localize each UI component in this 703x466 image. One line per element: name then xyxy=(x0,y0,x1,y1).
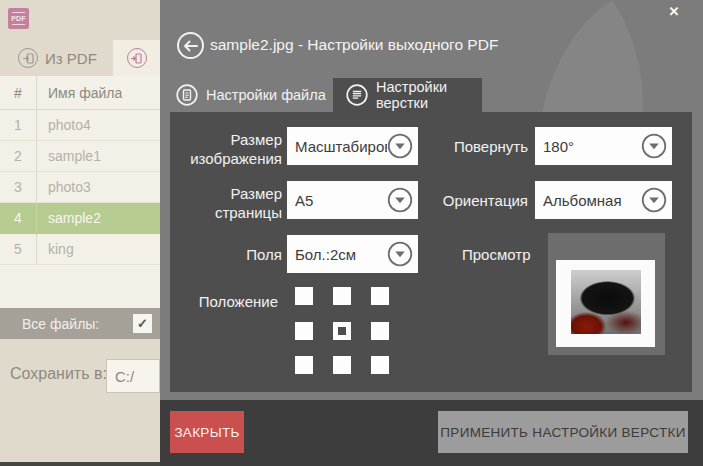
position-cell-top-left[interactable] xyxy=(295,287,313,305)
dialog-title: sample2.jpg - Настройки выходного PDF xyxy=(210,36,498,54)
position-cell-middle-left[interactable] xyxy=(295,322,313,340)
chevron-down-icon xyxy=(387,241,413,267)
tab-file-settings[interactable]: Настройки файла xyxy=(163,78,339,112)
rotate-label: Повернуть xyxy=(430,137,528,156)
position-cell-bottom-right[interactable] xyxy=(371,356,389,374)
apply-layout-settings-button[interactable]: ПРИМЕНИТЬ НАСТРОЙКИ ВЕРСТКИ xyxy=(438,411,688,453)
row-number: 1 xyxy=(0,117,36,133)
table-row[interactable]: 1 photo4 xyxy=(0,110,160,141)
close-button[interactable]: ЗАКРЫТЬ xyxy=(170,411,244,453)
position-label: Положение xyxy=(175,292,278,311)
margins-value: Бол.:2см xyxy=(287,246,387,263)
row-filename: photo4 xyxy=(36,110,160,140)
preview-page xyxy=(556,260,655,347)
sidebar-bottom-strip xyxy=(0,462,160,466)
page-size-label: Размер страницы xyxy=(175,184,282,222)
row-filename: sample2 xyxy=(36,203,160,233)
tab-layout-settings-label: Настройки верстки xyxy=(376,79,469,111)
chevron-down-icon xyxy=(387,187,413,213)
chevron-down-icon xyxy=(641,187,667,213)
position-cell-center[interactable] xyxy=(333,322,351,340)
file-table-header: # Имя файла xyxy=(0,76,160,110)
margins-label: Поля xyxy=(175,245,282,264)
column-header-filename: Имя файла xyxy=(36,76,160,109)
tab-layout-settings[interactable]: Настройки верстки xyxy=(333,78,482,112)
chevron-down-icon xyxy=(641,133,667,159)
table-row[interactable]: 5 king xyxy=(0,234,160,265)
position-grid xyxy=(295,287,389,386)
sidebar-tabs: Из PDF xyxy=(0,40,160,76)
rotate-value: 180° xyxy=(535,138,641,155)
tab-file-settings-label: Настройки файла xyxy=(206,87,326,103)
save-path-input[interactable] xyxy=(106,359,160,393)
tab-from-pdf-label: Из PDF xyxy=(45,50,97,67)
position-cell-top-right[interactable] xyxy=(371,287,389,305)
orientation-value: Альбомная xyxy=(535,192,641,209)
from-pdf-icon xyxy=(18,48,38,68)
save-destination: Сохранить в: xyxy=(0,357,160,395)
pdf-settings-dialog: ✕ sample2.jpg - Настройки выходного PDF … xyxy=(160,0,703,466)
row-number: 4 xyxy=(0,210,36,226)
sidebar: PDF Из PDF # Имя файла 1 photo4 xyxy=(0,0,160,466)
preview-label: Просмотр xyxy=(430,245,540,264)
image-size-label: Размер изображения xyxy=(175,130,282,168)
row-number: 5 xyxy=(0,241,36,257)
tab-to-pdf[interactable] xyxy=(113,40,160,76)
page-size-value: A5 xyxy=(287,192,387,209)
position-cell-top-center[interactable] xyxy=(333,287,351,305)
rotate-dropdown[interactable]: 180° xyxy=(535,127,672,165)
preview-box xyxy=(548,233,665,355)
page-size-dropdown[interactable]: A5 xyxy=(287,181,418,219)
row-number: 2 xyxy=(0,148,36,164)
app-window: PDF Из PDF # Имя файла 1 photo4 xyxy=(0,0,703,466)
image-size-value: Масштабировать xyxy=(287,138,387,155)
position-cell-middle-right[interactable] xyxy=(371,322,389,340)
margins-dropdown[interactable]: Бол.:2см xyxy=(287,235,418,273)
layout-settings-panel: Размер изображения Масштабировать Поверн… xyxy=(170,112,692,392)
all-files-checkbox[interactable]: ✓ xyxy=(133,314,152,333)
tab-from-pdf[interactable]: Из PDF xyxy=(10,40,105,76)
layout-settings-icon xyxy=(346,84,368,106)
row-filename: photo3 xyxy=(36,172,160,202)
file-settings-icon xyxy=(176,84,198,106)
image-size-dropdown[interactable]: Масштабировать xyxy=(287,127,418,165)
row-filename: sample1 xyxy=(36,141,160,171)
orientation-label: Ориентация xyxy=(418,191,528,210)
table-row[interactable]: 3 photo3 xyxy=(0,172,160,203)
chevron-down-icon xyxy=(387,133,413,159)
back-button[interactable] xyxy=(177,32,204,59)
dialog-footer: ЗАКРЫТЬ ПРИМЕНИТЬ НАСТРОЙКИ ВЕРСТКИ xyxy=(160,400,703,466)
position-cell-bottom-center[interactable] xyxy=(333,356,351,374)
app-logo-icon: PDF xyxy=(8,8,29,29)
table-row-selected[interactable]: 4 sample2 xyxy=(0,203,160,234)
table-row[interactable]: 2 sample1 xyxy=(0,141,160,172)
row-number: 3 xyxy=(0,179,36,195)
close-icon[interactable]: ✕ xyxy=(665,2,683,20)
to-pdf-icon xyxy=(127,48,147,68)
orientation-dropdown[interactable]: Альбомная xyxy=(535,181,672,219)
position-cell-bottom-left[interactable] xyxy=(295,356,313,374)
column-header-number: # xyxy=(0,85,36,101)
back-arrow-icon xyxy=(183,40,198,52)
row-filename: king xyxy=(36,234,160,264)
all-files-label: Все файлы: xyxy=(22,316,99,332)
file-table: # Имя файла 1 photo4 2 sample1 3 photo3 … xyxy=(0,76,160,308)
save-to-label: Сохранить в: xyxy=(10,365,107,383)
all-files-bar: Все файлы: ✓ xyxy=(0,308,160,339)
preview-photo xyxy=(571,270,641,334)
